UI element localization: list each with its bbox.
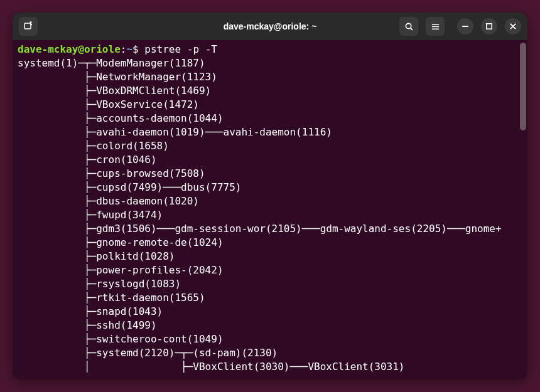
new-tab-icon: [23, 21, 33, 31]
svg-rect-0: [24, 23, 31, 29]
search-button[interactable]: [399, 17, 418, 36]
minimize-icon: [462, 23, 469, 30]
output-line: ├─switcheroo-cont(1049): [18, 333, 224, 345]
prompt-user-host: dave-mckay@oriole: [18, 43, 121, 55]
maximize-button[interactable]: [481, 18, 497, 34]
search-icon: [404, 22, 414, 31]
output-line: │ ├─VBoxClient(3030)───VBoxClient(3031): [18, 361, 405, 373]
new-tab-button[interactable]: [19, 17, 38, 36]
maximize-icon: [485, 23, 493, 30]
titlebar-right: [399, 17, 521, 36]
scrollbar[interactable]: [520, 43, 526, 130]
output-line: ├─NetworkManager(1123): [18, 71, 217, 83]
close-icon: [509, 23, 517, 30]
output-line: ├─VBoxDRMClient(1469): [18, 85, 211, 97]
window-title: dave-mckay@oriole: ~: [224, 21, 317, 31]
menu-button[interactable]: [426, 17, 445, 36]
output-line: ├─snapd(1043): [18, 305, 163, 317]
output-line: ├─rsyslogd(1083): [18, 278, 181, 290]
prompt-path: ~: [126, 43, 132, 55]
output-line: systemd(1)─┬─ModemManager(1187): [18, 57, 205, 69]
output-line: ├─dbus-daemon(1020): [18, 195, 199, 207]
output-line: ├─fwupd(3474): [18, 209, 163, 221]
output-line: ├─gnome-remote-de(1024): [18, 236, 224, 248]
output-line: ├─cups-browsed(7508): [18, 167, 205, 179]
output-line: ├─accounts-daemon(1044): [18, 112, 224, 124]
output-line: ├─power-profiles-(2042): [18, 264, 224, 276]
close-button[interactable]: [505, 18, 521, 34]
output-line: ├─avahi-daemon(1019)───avahi-daemon(1116…: [18, 126, 332, 138]
output-line: ├─gdm3(1506)───gdm-session-wor(2105)───g…: [18, 223, 502, 235]
command-text: pstree -p -T: [144, 43, 217, 55]
output-line: ├─sshd(1499): [18, 319, 157, 331]
hamburger-icon: [431, 22, 440, 31]
output-line: ├─cupsd(7499)───dbus(7775): [18, 181, 241, 193]
prompt-colon: :: [121, 43, 127, 55]
titlebar-left: [19, 17, 38, 36]
prompt-dollar: $: [132, 43, 144, 55]
window-controls: [457, 18, 521, 34]
output-line: ├─rtkit-daemon(1565): [18, 292, 205, 304]
titlebar: dave-mckay@oriole: ~: [13, 13, 527, 40]
svg-point-1: [406, 23, 411, 28]
output-line: ├─cron(1046): [18, 154, 157, 166]
output-line: ├─colord(1658): [18, 140, 169, 152]
minimize-button[interactable]: [457, 18, 473, 34]
svg-rect-2: [487, 24, 492, 29]
output-line: ├─polkitd(1028): [18, 250, 175, 262]
terminal-content[interactable]: dave-mckay@oriole:~$ pstree -p -T system…: [13, 40, 527, 379]
terminal-window: dave-mckay@oriole: ~: [13, 13, 527, 379]
output-line: ├─systemd(2120)─┬─(sd-pam)(2130): [18, 347, 278, 359]
output-line: ├─VBoxService(1472): [18, 98, 199, 110]
